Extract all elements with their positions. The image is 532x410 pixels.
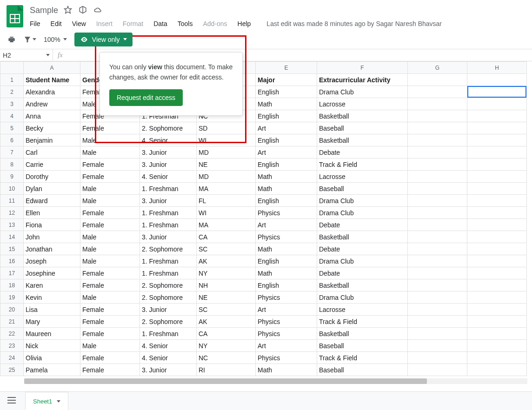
cell[interactable]: Andrew [24, 98, 80, 110]
cell[interactable]: 3. Junior [140, 364, 197, 376]
column-header-a[interactable]: A [24, 62, 80, 74]
cell[interactable]: 3. Junior [140, 146, 197, 159]
cell[interactable] [467, 243, 527, 255]
cell[interactable]: Physics [256, 207, 317, 219]
cell[interactable]: Art [256, 122, 317, 134]
cell[interactable]: MA [197, 183, 256, 195]
row-header[interactable]: 25 [0, 364, 24, 376]
cell[interactable]: 1. Freshman [140, 183, 197, 195]
cell[interactable] [408, 183, 467, 195]
cell[interactable] [408, 340, 467, 352]
filter-icon[interactable] [23, 35, 36, 44]
cell[interactable] [467, 352, 527, 364]
cell[interactable]: Anna [24, 110, 80, 122]
cell[interactable]: AK [197, 255, 256, 267]
cell[interactable] [408, 291, 467, 304]
cell[interactable]: 2. Sophomore [140, 316, 197, 328]
row-header[interactable]: 19 [0, 291, 24, 304]
cell[interactable]: 1. Freshman [140, 207, 197, 219]
view-only-button[interactable]: View only [74, 33, 133, 46]
cell[interactable] [467, 171, 527, 183]
column-header-h[interactable]: H [467, 62, 527, 74]
cell[interactable]: Dylan [24, 183, 80, 195]
cell[interactable] [408, 316, 467, 328]
doc-title[interactable]: Sample [30, 6, 58, 15]
cell[interactable]: Drama Club [317, 195, 408, 207]
cell[interactable]: Art [256, 304, 317, 316]
cell[interactable]: Math [256, 267, 317, 279]
cell[interactable]: John [24, 231, 80, 243]
cell[interactable] [408, 146, 467, 159]
cell[interactable]: 2. Sophomore [140, 291, 197, 304]
cell[interactable]: English [256, 255, 317, 267]
cell[interactable]: WI [197, 134, 256, 146]
cell[interactable]: Edward [24, 195, 80, 207]
menu-help[interactable]: Help [238, 20, 251, 27]
menu-data[interactable]: Data [153, 20, 167, 27]
cell[interactable]: Track & Field [317, 352, 408, 364]
row-header[interactable]: 23 [0, 340, 24, 352]
sheet-tab-sheet1[interactable]: Sheet1 [25, 392, 68, 410]
cell[interactable]: Debate [317, 219, 408, 231]
row-header[interactable]: 15 [0, 243, 24, 255]
cell[interactable] [467, 316, 527, 328]
cell[interactable] [408, 195, 467, 207]
cell[interactable]: 2. Sophomore [140, 243, 197, 255]
cell[interactable]: CA [197, 328, 256, 340]
column-header-g[interactable]: G [408, 62, 467, 74]
cell[interactable] [467, 291, 527, 304]
cell[interactable]: Drama Club [317, 207, 408, 219]
cell[interactable]: Jonathan [24, 243, 80, 255]
cell[interactable]: 2. Sophomore [140, 122, 197, 134]
cell[interactable] [408, 304, 467, 316]
cell[interactable] [467, 183, 527, 195]
name-box[interactable]: H2 [0, 49, 53, 61]
cell[interactable]: Mary [24, 316, 80, 328]
cell[interactable]: Female [80, 316, 140, 328]
cell[interactable]: Physics [256, 291, 317, 304]
cell[interactable]: Female [80, 328, 140, 340]
cell[interactable]: RI [197, 364, 256, 376]
cell[interactable]: English [256, 134, 317, 146]
cell[interactable] [467, 110, 527, 122]
column-header-f[interactable]: F [317, 62, 408, 74]
cell[interactable] [467, 122, 527, 134]
cell[interactable]: Drama Club [317, 86, 408, 98]
cell[interactable]: Basketball [317, 110, 408, 122]
row-header[interactable]: 20 [0, 304, 24, 316]
cell[interactable]: Extracurricular Activity [317, 74, 408, 86]
cell[interactable]: Female [80, 159, 140, 171]
cell[interactable]: Baseball [317, 364, 408, 376]
cell[interactable]: Art [256, 146, 317, 159]
cell[interactable]: Male [80, 146, 140, 159]
cell[interactable]: Joseph [24, 255, 80, 267]
cell[interactable] [408, 86, 467, 98]
cell[interactable]: Olivia [24, 352, 80, 364]
cell[interactable] [467, 207, 527, 219]
cell[interactable]: Math [256, 243, 317, 255]
row-header[interactable]: 7 [0, 146, 24, 159]
cell[interactable]: Female [80, 352, 140, 364]
cell[interactable]: Josephine [24, 267, 80, 279]
cell[interactable] [408, 134, 467, 146]
cell[interactable]: Dorothy [24, 171, 80, 183]
cell[interactable]: Carl [24, 146, 80, 159]
row-header[interactable]: 10 [0, 183, 24, 195]
row-header[interactable]: 12 [0, 207, 24, 219]
column-header-e[interactable]: E [256, 62, 317, 74]
cell[interactable]: English [256, 279, 317, 291]
cell[interactable]: English [256, 195, 317, 207]
request-edit-access-button[interactable]: Request edit access [109, 89, 183, 106]
cell[interactable]: WI [197, 207, 256, 219]
cell[interactable] [467, 304, 527, 316]
menu-tools[interactable]: Tools [178, 20, 193, 27]
cell[interactable] [408, 267, 467, 279]
row-header[interactable]: 18 [0, 279, 24, 291]
menu-view[interactable]: View [72, 20, 86, 27]
cell[interactable]: SD [197, 122, 256, 134]
cell[interactable]: 1. Freshman [140, 267, 197, 279]
cell[interactable]: Lacrosse [317, 304, 408, 316]
cell[interactable] [467, 364, 527, 376]
cell[interactable]: SC [197, 243, 256, 255]
row-header[interactable]: 14 [0, 231, 24, 243]
